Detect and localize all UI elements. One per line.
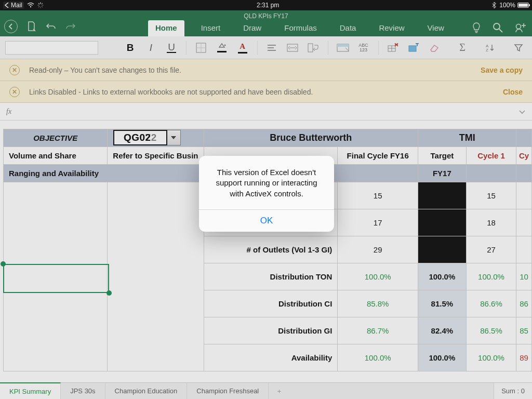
alert-message: This version of Excel doesn't support ru… (199, 156, 334, 209)
alert-ok-button[interactable]: OK (199, 210, 334, 232)
alert-dialog: This version of Excel doesn't support ru… (199, 156, 334, 232)
app-root: Mail 2:31 pm 100% QLD KPIs FY17 (0, 0, 532, 399)
